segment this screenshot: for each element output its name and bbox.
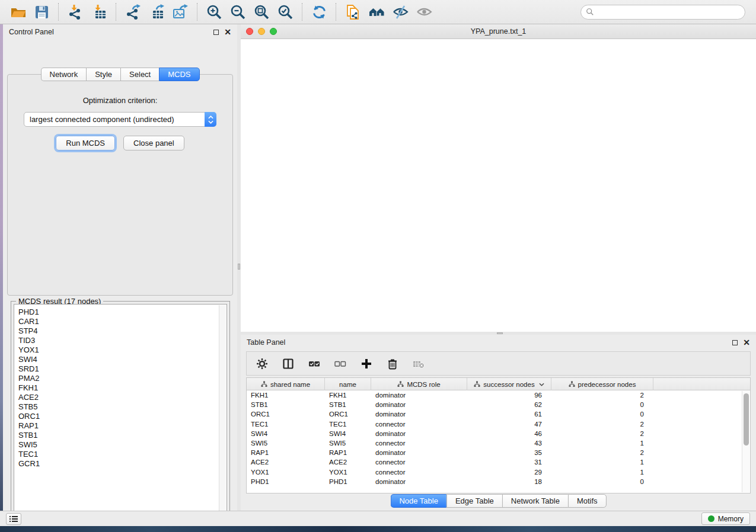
zoom-fit-icon[interactable] xyxy=(251,2,272,21)
result-list-item[interactable]: GCR1 xyxy=(18,459,227,469)
hide-selected-icon[interactable] xyxy=(390,2,410,21)
result-list-item[interactable]: SWI4 xyxy=(18,355,227,364)
column-header-shared-name[interactable]: shared name xyxy=(247,378,325,390)
result-list-item[interactable]: TEC1 xyxy=(18,450,227,459)
table-row[interactable]: TEC1TEC1connector472 xyxy=(247,419,750,429)
columns-icon[interactable] xyxy=(282,358,294,370)
save-icon[interactable] xyxy=(31,2,52,21)
tab-motifs[interactable]: Motifs xyxy=(568,494,607,508)
table-row[interactable]: STB1STB1dominator620 xyxy=(247,400,750,409)
column-header-predecessor-nodes[interactable]: predecessor nodes xyxy=(551,378,653,390)
table-scrollbar-thumb[interactable] xyxy=(744,393,749,446)
mcds-tab-content: Optimization criterion: largest connecte… xyxy=(7,74,233,296)
table-row[interactable]: ORC1ORC1dominator610 xyxy=(247,409,750,419)
trash-icon[interactable] xyxy=(387,358,398,370)
mcds-result-list[interactable]: PHD1CAR1STP4TID3YOX1SWI4SRD1PMA2FKH1ACE2… xyxy=(14,304,227,518)
node-table[interactable]: shared namenameMCDS rolesuccessor nodesp… xyxy=(246,377,751,493)
network-graph-canvas[interactable] xyxy=(241,39,756,332)
memory-status-icon xyxy=(708,515,714,522)
result-list-item[interactable]: PHD1 xyxy=(18,307,227,317)
column-header-successor-nodes[interactable]: successor nodes xyxy=(467,378,551,390)
import-table-icon[interactable] xyxy=(89,2,109,21)
result-list-item[interactable]: STB1 xyxy=(18,431,227,440)
table-panel: Table Panel ✕ shared namenameMCDS rolesu… xyxy=(241,335,756,511)
zoom-in-icon[interactable] xyxy=(204,2,224,21)
table-toolbar xyxy=(246,351,751,376)
open-folder-icon[interactable] xyxy=(8,2,28,21)
import-network-icon[interactable] xyxy=(65,2,85,21)
result-list-item[interactable]: SWI5 xyxy=(18,440,227,450)
result-list-scrollbar[interactable] xyxy=(219,305,226,517)
unchecked-pair-icon[interactable] xyxy=(334,358,346,370)
result-list-item[interactable]: CAR1 xyxy=(18,317,227,326)
result-list-item[interactable]: YOX1 xyxy=(18,345,227,355)
result-list-item[interactable]: RAP1 xyxy=(18,421,227,431)
table-tabs: Node TableEdge TableNetwork TableMotifs xyxy=(390,494,606,508)
float-panel-icon[interactable] xyxy=(213,30,219,35)
tab-select[interactable]: Select xyxy=(120,68,159,81)
export-table-icon[interactable] xyxy=(146,2,167,21)
result-list-item[interactable]: FKH1 xyxy=(18,383,227,393)
table-row[interactable]: FKH1FKH1dominator962 xyxy=(247,390,750,400)
memory-button[interactable]: Memory xyxy=(701,512,750,525)
table-panel-title: Table Panel xyxy=(247,338,285,347)
dropdown-stepper-icon xyxy=(205,112,216,127)
table-row[interactable]: PHD1PHD1dominator180 xyxy=(247,477,750,486)
table-scrollbar[interactable] xyxy=(742,391,749,492)
tab-mcds[interactable]: MCDS xyxy=(159,68,199,81)
run-mcds-button[interactable]: Run MCDS xyxy=(56,136,115,150)
toolbar-separator xyxy=(302,3,302,21)
zoom-selected-icon[interactable] xyxy=(275,2,295,21)
optimization-criterion-label: Optimization criterion: xyxy=(8,96,232,105)
toolbar-separator xyxy=(58,3,59,21)
toolbar-separator xyxy=(197,3,197,21)
show-all-icon[interactable] xyxy=(414,2,434,21)
refresh-icon[interactable] xyxy=(309,2,329,21)
close-panel-icon[interactable]: ✕ xyxy=(224,29,231,35)
result-list-item[interactable]: ACE2 xyxy=(18,393,227,402)
list-icon xyxy=(9,515,18,523)
close-panel-button[interactable]: Close panel xyxy=(123,136,184,150)
close-table-panel-icon[interactable]: ✕ xyxy=(743,339,750,345)
desktop-wallpaper-bottom xyxy=(0,526,756,532)
table-row[interactable]: SWI4SWI4dominator462 xyxy=(247,429,750,438)
result-list-item[interactable]: SRD1 xyxy=(18,364,227,374)
checked-pair-icon[interactable] xyxy=(308,358,320,370)
main-toolbar xyxy=(0,0,756,24)
zoom-out-icon[interactable] xyxy=(228,2,248,21)
mcds-result-group: MCDS result (17 nodes) PHD1CAR1STP4TID3Y… xyxy=(11,301,230,521)
status-bar: Memory xyxy=(0,511,756,526)
search-input[interactable] xyxy=(594,6,745,18)
show-panel-list-button[interactable] xyxy=(6,513,21,525)
first-neighbors-icon[interactable] xyxy=(366,2,387,21)
table-row[interactable]: ACE2ACE2connector311 xyxy=(247,457,750,467)
column-header-MCDS-role[interactable]: MCDS role xyxy=(371,378,467,390)
delete-table-icon[interactable] xyxy=(413,358,425,370)
column-header-name[interactable]: name xyxy=(325,378,371,390)
result-list-item[interactable]: STP4 xyxy=(18,326,227,336)
tab-network[interactable]: Network xyxy=(40,68,86,81)
result-list-item[interactable]: PMA2 xyxy=(18,374,227,383)
criterion-dropdown-value: largest connected component (undirected) xyxy=(24,115,205,124)
plus-icon[interactable] xyxy=(361,358,372,370)
tab-edge-table[interactable]: Edge Table xyxy=(446,494,502,508)
tab-network-table[interactable]: Network Table xyxy=(502,494,568,508)
control-panel: Control Panel ✕ NetworkStyleSelectMCDS O… xyxy=(3,24,237,511)
result-list-item[interactable]: ORC1 xyxy=(18,412,227,421)
float-table-panel-icon[interactable] xyxy=(732,340,738,345)
table-row[interactable]: SWI5SWI5connector431 xyxy=(247,438,750,448)
table-row[interactable]: YOX1YOX1connector291 xyxy=(247,467,750,477)
result-list-item[interactable]: TID3 xyxy=(18,336,227,345)
export-network-icon[interactable] xyxy=(123,2,143,21)
criterion-dropdown[interactable]: largest connected component (undirected) xyxy=(24,112,216,127)
export-image-icon[interactable] xyxy=(170,2,190,21)
result-list-item[interactable]: STB5 xyxy=(18,402,227,412)
duplicate-network-icon[interactable] xyxy=(343,2,363,21)
tab-node-table[interactable]: Node Table xyxy=(390,494,446,508)
gear-icon[interactable] xyxy=(256,358,268,370)
toolbar-separator xyxy=(116,3,116,21)
search-box[interactable] xyxy=(580,5,745,20)
tab-style[interactable]: Style xyxy=(86,68,120,81)
table-row[interactable]: RAP1RAP1dominator352 xyxy=(247,448,750,457)
control-panel-title: Control Panel xyxy=(9,28,54,36)
